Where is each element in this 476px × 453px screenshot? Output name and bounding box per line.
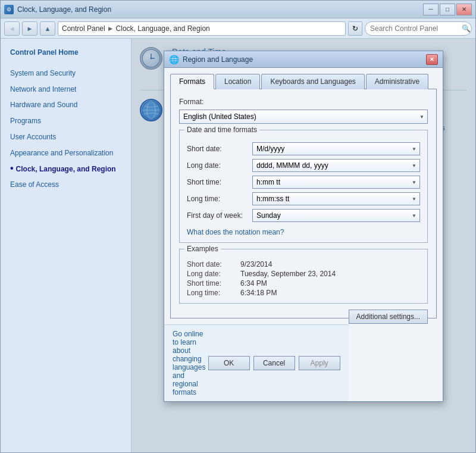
short-time-select[interactable]: h:mm tt HH:mm bbox=[252, 176, 420, 189]
address-bar: ◄ ► ▲ Control Panel ► Clock, Language, a… bbox=[1, 18, 475, 39]
refresh-button[interactable]: ↻ bbox=[348, 21, 362, 36]
dialog-body: Formats Location Keyboards and Languages… bbox=[164, 68, 443, 324]
online-link[interactable]: Go online to learn about changing langua… bbox=[173, 330, 208, 396]
window-icon: ⚙ bbox=[4, 5, 14, 14]
format-select-wrapper: English (United States) English (United … bbox=[179, 110, 428, 124]
example-long-date: Long date: Tuesday, September 23, 2014 bbox=[187, 270, 420, 278]
first-day-label: First day of week: bbox=[187, 211, 252, 220]
example-long-time: Long time: 6:34:18 PM bbox=[187, 289, 420, 297]
dialog-title: Region and Language bbox=[183, 55, 253, 64]
apply-button[interactable]: Apply bbox=[299, 356, 340, 370]
sidebar-item-users[interactable]: User Accounts bbox=[1, 129, 131, 145]
examples-group: Examples Short date: 9/23/2014 Long date… bbox=[179, 249, 428, 304]
short-date-row: Short date: M/d/yyyy MM/dd/yyyy bbox=[187, 142, 420, 155]
first-day-select[interactable]: Sunday Monday bbox=[252, 209, 420, 222]
date-time-formats-group: Date and time formats Short date: M/d/yy… bbox=[179, 130, 428, 243]
sidebar-item-appearance[interactable]: Appearance and Personalization bbox=[1, 145, 131, 161]
search-icon: 🔍 bbox=[462, 24, 471, 33]
long-time-label: Long time: bbox=[187, 195, 252, 203]
short-time-label: Short time: bbox=[187, 178, 252, 186]
sidebar-item-hardware[interactable]: Hardware and Sound bbox=[1, 97, 131, 113]
dialog-footer: Go online to learn about changing langua… bbox=[164, 324, 349, 401]
additional-settings-button[interactable]: Additional settings... bbox=[349, 310, 428, 324]
dialog-close-button[interactable]: ✕ bbox=[426, 54, 438, 65]
dialog-overlay: 🌐 Region and Language ✕ Formats Location… bbox=[131, 39, 475, 452]
sidebar-item-ease[interactable]: Ease of Access bbox=[1, 177, 131, 193]
example-short-time-label: Short time: bbox=[187, 279, 240, 288]
window-title: Clock, Language, and Region bbox=[17, 5, 111, 14]
region-language-dialog: 🌐 Region and Language ✕ Formats Location… bbox=[164, 51, 443, 402]
title-bar-controls: ─ □ ✕ bbox=[423, 4, 472, 15]
path-separator-1: ► bbox=[107, 24, 114, 33]
group-legend: Date and time formats bbox=[184, 126, 259, 134]
dialog-title-left: 🌐 Region and Language bbox=[169, 55, 253, 64]
example-short-date-label: Short date: bbox=[187, 260, 240, 268]
short-date-select-wrapper: M/d/yyyy MM/dd/yyyy bbox=[252, 142, 420, 155]
examples-legend: Examples bbox=[184, 245, 221, 253]
first-day-row: First day of week: Sunday Monday bbox=[187, 209, 420, 222]
example-short-time-value: 6:34 PM bbox=[240, 279, 267, 288]
main-layout: Control Panel Home System and Security N… bbox=[1, 39, 475, 452]
title-bar-left: ⚙ Clock, Language, and Region bbox=[4, 5, 111, 14]
path-root: Control Panel bbox=[62, 24, 105, 33]
tab-keyboards[interactable]: Keyboards and Languages bbox=[261, 74, 364, 89]
maximize-button[interactable]: □ bbox=[440, 4, 455, 15]
sidebar-item-system[interactable]: System and Security bbox=[1, 65, 131, 82]
forward-button[interactable]: ► bbox=[22, 21, 37, 36]
first-day-select-wrapper: Sunday Monday bbox=[252, 209, 420, 222]
dialog-title-bar: 🌐 Region and Language ✕ bbox=[164, 51, 443, 68]
notation-link[interactable]: What does the notation mean? bbox=[187, 228, 284, 236]
example-short-date-value: 9/23/2014 bbox=[240, 260, 272, 268]
tab-formats[interactable]: Formats bbox=[170, 74, 214, 89]
up-button[interactable]: ▲ bbox=[40, 21, 55, 36]
close-button[interactable]: ✕ bbox=[456, 4, 472, 15]
long-date-select-wrapper: dddd, MMMM dd, yyyy MMMM dd, yyyy bbox=[252, 159, 420, 172]
example-long-time-label: Long time: bbox=[187, 289, 240, 297]
format-label: Format: bbox=[179, 98, 428, 106]
tab-administrative[interactable]: Administrative bbox=[366, 74, 428, 89]
dialog-buttons: OK Cancel Apply bbox=[208, 356, 340, 370]
content-area: Date and Time Set the time and date | Ch… bbox=[131, 39, 475, 452]
long-date-select[interactable]: dddd, MMMM dd, yyyy MMMM dd, yyyy bbox=[252, 159, 420, 172]
short-date-select[interactable]: M/d/yyyy MM/dd/yyyy bbox=[252, 142, 420, 155]
dialog-tabs: Formats Location Keyboards and Languages… bbox=[170, 74, 437, 89]
long-time-select-wrapper: h:mm:ss tt HH:mm:ss bbox=[252, 192, 420, 205]
cancel-button[interactable]: Cancel bbox=[253, 356, 295, 370]
long-time-select[interactable]: h:mm:ss tt HH:mm:ss bbox=[252, 192, 420, 205]
example-long-date-label: Long date: bbox=[187, 270, 240, 278]
address-path[interactable]: Control Panel ► Clock, Language, and Reg… bbox=[58, 21, 346, 36]
ok-button[interactable]: OK bbox=[208, 356, 250, 370]
tab-location[interactable]: Location bbox=[215, 74, 260, 89]
sidebar-item-programs[interactable]: Programs bbox=[1, 113, 131, 129]
path-current: Clock, Language, and Region bbox=[116, 24, 210, 33]
title-bar: ⚙ Clock, Language, and Region ─ □ ✕ bbox=[1, 1, 475, 18]
dialog-title-icon: 🌐 bbox=[169, 55, 179, 64]
minimize-button[interactable]: ─ bbox=[423, 4, 439, 15]
long-time-row: Long time: h:mm:ss tt HH:mm:ss bbox=[187, 192, 420, 205]
examples-section: Examples Short date: 9/23/2014 Long date… bbox=[179, 249, 428, 304]
example-long-time-value: 6:34:18 PM bbox=[240, 289, 277, 297]
short-time-select-wrapper: h:mm tt HH:mm bbox=[252, 176, 420, 189]
sidebar-item-clock[interactable]: Clock, Language, and Region bbox=[1, 161, 131, 177]
search-box[interactable]: 🔍 bbox=[365, 21, 472, 36]
sidebar: Control Panel Home System and Security N… bbox=[1, 39, 131, 452]
search-input[interactable] bbox=[370, 24, 459, 33]
example-short-time: Short time: 6:34 PM bbox=[187, 279, 420, 288]
short-time-row: Short time: h:mm tt HH:mm bbox=[187, 176, 420, 189]
example-long-date-value: Tuesday, September 23, 2014 bbox=[240, 270, 336, 278]
back-button[interactable]: ◄ bbox=[4, 21, 20, 36]
format-select[interactable]: English (United States) English (United … bbox=[179, 110, 428, 124]
sidebar-item-network[interactable]: Network and Internet bbox=[1, 82, 131, 98]
short-date-label: Short date: bbox=[187, 145, 252, 153]
tab-content-formats: Format: English (United States) English … bbox=[170, 89, 437, 318]
sidebar-item-home[interactable]: Control Panel Home bbox=[1, 45, 131, 61]
long-date-label: Long date: bbox=[187, 161, 252, 170]
main-window: ⚙ Clock, Language, and Region ─ □ ✕ ◄ ► … bbox=[0, 0, 476, 453]
example-short-date: Short date: 9/23/2014 bbox=[187, 260, 420, 268]
long-date-row: Long date: dddd, MMMM dd, yyyy MMMM dd, … bbox=[187, 159, 420, 172]
